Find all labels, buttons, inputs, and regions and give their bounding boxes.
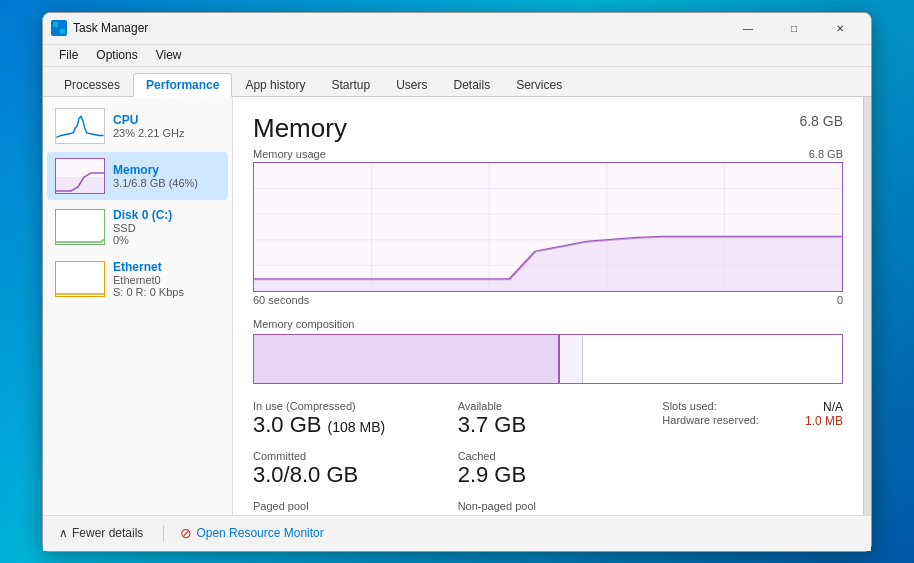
comp-free xyxy=(583,335,842,383)
ethernet-name: Ethernet0 xyxy=(113,274,184,286)
non-paged-pool-label: Non-paged pool xyxy=(458,500,639,512)
window-controls: — □ ✕ xyxy=(725,12,863,44)
stat-available: Available 3.7 GB xyxy=(458,400,639,438)
hw-reserved-label: Hardware reserved: xyxy=(662,414,759,428)
ethernet-label: Ethernet xyxy=(113,260,184,274)
cpu-info: CPU 23% 2.21 GHz xyxy=(113,113,185,139)
chart-header: Memory usage 6.8 GB xyxy=(253,148,843,160)
cpu-thumbnail xyxy=(55,108,105,144)
tab-app-history[interactable]: App history xyxy=(232,73,318,96)
chart-time-left: 60 seconds xyxy=(253,294,309,306)
sidebar-item-ethernet[interactable]: Ethernet Ethernet0 S: 0 R: 0 Kbps xyxy=(47,254,228,304)
disk-info: Disk 0 (C:) SSD 0% xyxy=(113,208,172,246)
tab-details[interactable]: Details xyxy=(440,73,503,96)
slots-value: N/A xyxy=(823,400,843,414)
resource-monitor-icon: ⊘ xyxy=(180,525,192,541)
svg-rect-0 xyxy=(53,22,58,27)
sidebar-item-memory[interactable]: Memory 3.1/6.8 GB (46%) xyxy=(47,152,228,200)
main-header: Memory 6.8 GB xyxy=(253,113,843,144)
slots-row: Slots used: N/A xyxy=(662,400,843,414)
committed-label: Committed xyxy=(253,450,434,462)
chart-time-right: 0 xyxy=(837,294,843,306)
committed-value: 3.0/8.0 GB xyxy=(253,462,434,488)
stats-spacer xyxy=(662,450,843,488)
stat-paged-pool: Paged pool 251 MB xyxy=(253,500,434,514)
cpu-label: CPU xyxy=(113,113,185,127)
app-icon xyxy=(51,20,67,36)
composition-bar xyxy=(253,334,843,384)
comp-used xyxy=(254,335,560,383)
chart-max: 6.8 GB xyxy=(809,148,843,160)
footer-divider xyxy=(163,525,164,541)
stat-slots: Slots used: N/A Hardware reserved: 1.0 M… xyxy=(662,400,843,438)
memory-label: Memory xyxy=(113,163,198,177)
fewer-details-button[interactable]: ∧ Fewer details xyxy=(55,524,147,542)
minimize-button[interactable]: — xyxy=(725,12,771,44)
page-title: Memory xyxy=(253,113,347,144)
menu-file[interactable]: File xyxy=(51,46,86,64)
ethernet-thumbnail xyxy=(55,261,105,297)
sidebar: CPU 23% 2.21 GHz Memory 3.1/6.8 GB (46%) xyxy=(43,97,233,515)
memory-total: 6.8 GB xyxy=(799,113,843,129)
tab-startup[interactable]: Startup xyxy=(318,73,383,96)
content-area: CPU 23% 2.21 GHz Memory 3.1/6.8 GB (46%) xyxy=(43,97,871,515)
tab-performance[interactable]: Performance xyxy=(133,73,232,97)
title-bar: Task Manager — □ ✕ xyxy=(43,13,871,45)
chart-time-row: 60 seconds 0 xyxy=(253,294,843,306)
svg-marker-14 xyxy=(254,236,842,290)
ethernet-speed: S: 0 R: 0 Kbps xyxy=(113,286,184,298)
maximize-button[interactable]: □ xyxy=(771,12,817,44)
available-value: 3.7 GB xyxy=(458,412,639,438)
stat-committed: Committed 3.0/8.0 GB xyxy=(253,450,434,488)
menu-view[interactable]: View xyxy=(148,46,190,64)
tab-services[interactable]: Services xyxy=(503,73,575,96)
chart-label: Memory usage xyxy=(253,148,326,160)
sidebar-item-disk[interactable]: Disk 0 (C:) SSD 0% xyxy=(47,202,228,252)
comp-standby xyxy=(560,335,584,383)
in-use-label: In use (Compressed) xyxy=(253,400,434,412)
footer: ∧ Fewer details ⊘ Open Resource Monitor xyxy=(43,515,871,551)
disk-thumbnail xyxy=(55,209,105,245)
open-resource-monitor-link[interactable]: ⊘ Open Resource Monitor xyxy=(180,525,323,541)
tab-bar: Processes Performance App history Startu… xyxy=(43,67,871,97)
disk-label: Disk 0 (C:) xyxy=(113,208,172,222)
in-use-value: 3.0 GB (108 MB) xyxy=(253,412,434,438)
cached-value: 2.9 GB xyxy=(458,462,639,488)
slots-label: Slots used: xyxy=(662,400,716,414)
hw-reserved-value: 1.0 MB xyxy=(805,414,843,428)
composition-label: Memory composition xyxy=(253,318,843,330)
main-panel: Memory 6.8 GB Memory usage 6.8 GB xyxy=(233,97,863,515)
memory-info: Memory 3.1/6.8 GB (46%) xyxy=(113,163,198,189)
memory-usage-section: Memory usage 6.8 GB xyxy=(253,148,843,306)
tab-processes[interactable]: Processes xyxy=(51,73,133,96)
available-label: Available xyxy=(458,400,639,412)
stat-cached: Cached 2.9 GB xyxy=(458,450,639,488)
svg-rect-2 xyxy=(53,29,58,34)
task-manager-window: Task Manager — □ ✕ File Options View Pro… xyxy=(42,12,872,552)
chevron-down-icon: ∧ xyxy=(59,526,68,540)
fewer-details-label: Fewer details xyxy=(72,526,143,540)
paged-pool-label: Paged pool xyxy=(253,500,434,512)
tab-users[interactable]: Users xyxy=(383,73,440,96)
menu-options[interactable]: Options xyxy=(88,46,145,64)
memory-stats: 3.1/6.8 GB (46%) xyxy=(113,177,198,189)
scrollbar[interactable] xyxy=(863,97,871,515)
svg-rect-3 xyxy=(60,29,65,34)
menu-bar: File Options View xyxy=(43,45,871,67)
hw-reserved-row: Hardware reserved: 1.0 MB xyxy=(662,414,843,428)
disk-type: SSD xyxy=(113,222,172,234)
sidebar-item-cpu[interactable]: CPU 23% 2.21 GHz xyxy=(47,102,228,150)
stats-grid: In use (Compressed) 3.0 GB (108 MB) Avai… xyxy=(253,400,843,515)
stat-in-use: In use (Compressed) 3.0 GB (108 MB) xyxy=(253,400,434,438)
composition-section: Memory composition xyxy=(253,318,843,384)
cached-label: Cached xyxy=(458,450,639,462)
svg-rect-1 xyxy=(60,22,65,27)
cpu-stats: 23% 2.21 GHz xyxy=(113,127,185,139)
window-title: Task Manager xyxy=(73,21,725,35)
close-button[interactable]: ✕ xyxy=(817,12,863,44)
memory-chart xyxy=(253,162,843,292)
disk-usage: 0% xyxy=(113,234,172,246)
open-resource-monitor-label: Open Resource Monitor xyxy=(196,526,323,540)
memory-thumbnail xyxy=(55,158,105,194)
ethernet-info: Ethernet Ethernet0 S: 0 R: 0 Kbps xyxy=(113,260,184,298)
